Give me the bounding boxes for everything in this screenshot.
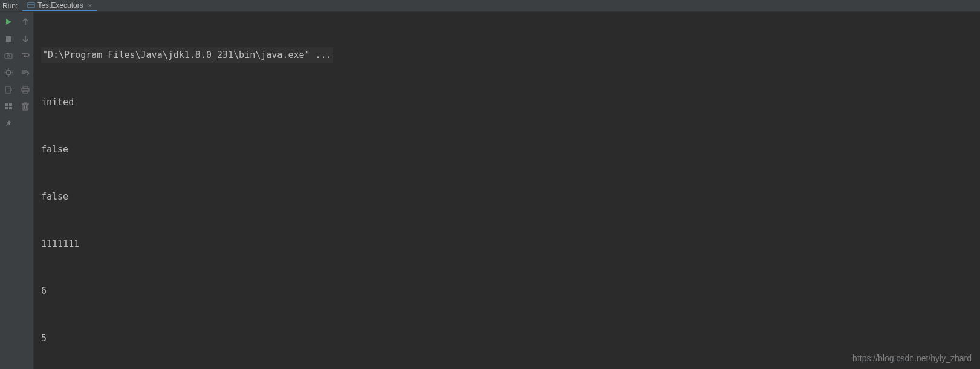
trash-icon[interactable] (19, 100, 31, 113)
svg-marker-2 (6, 19, 11, 25)
print-icon[interactable] (19, 83, 31, 96)
pin-icon[interactable] (2, 117, 15, 129)
svg-rect-15 (9, 103, 12, 106)
stop-button[interactable] (2, 33, 15, 45)
svg-point-7 (6, 70, 11, 75)
application-icon (27, 1, 35, 9)
up-arrow-icon[interactable] (19, 16, 31, 28)
console-line: 5 (41, 330, 973, 346)
console-line: 1111111 (41, 236, 973, 252)
run-tab[interactable]: TestExecutors × (22, 0, 97, 11)
watermark-text: https://blog.csdn.net/hyly_zhard (852, 353, 972, 363)
run-label: Run: (0, 2, 22, 10)
svg-rect-17 (9, 107, 12, 109)
svg-rect-6 (7, 53, 9, 54)
console-line: false (41, 189, 973, 204)
left-gutter-primary (0, 12, 17, 369)
tab-label: TestExecutors (37, 1, 83, 10)
camera-icon[interactable] (2, 50, 15, 62)
console-command-line: "D:\Program Files\Java\jdk1.8.0_231\bin\… (41, 47, 973, 63)
exit-icon[interactable] (2, 83, 15, 96)
rerun-button[interactable] (2, 16, 15, 28)
left-gutter-secondary (17, 12, 34, 369)
run-panel-body: "D:\Program Files\Java\jdk1.8.0_231\bin\… (0, 12, 980, 369)
command-text: "D:\Program Files\Java\jdk1.8.0_231\bin\… (41, 47, 333, 63)
svg-rect-3 (6, 36, 11, 42)
soft-wrap-icon[interactable] (19, 50, 31, 62)
svg-rect-26 (23, 104, 28, 110)
svg-point-5 (7, 55, 10, 57)
svg-rect-4 (5, 54, 12, 59)
svg-rect-0 (28, 2, 34, 8)
close-icon[interactable]: × (88, 2, 92, 9)
run-panel-header: Run: TestExecutors × (0, 0, 980, 12)
console-line: false (41, 142, 973, 157)
console-output[interactable]: "D:\Program Files\Java\jdk1.8.0_231\bin\… (34, 12, 980, 369)
scroll-to-end-icon[interactable] (19, 67, 31, 79)
down-arrow-icon[interactable] (19, 33, 31, 45)
console-line: 6 (41, 283, 973, 299)
svg-rect-14 (5, 103, 8, 106)
console-line: inited (41, 94, 973, 110)
layout-icon[interactable] (2, 100, 15, 113)
svg-rect-16 (5, 107, 8, 109)
debug-icon[interactable] (2, 67, 15, 79)
